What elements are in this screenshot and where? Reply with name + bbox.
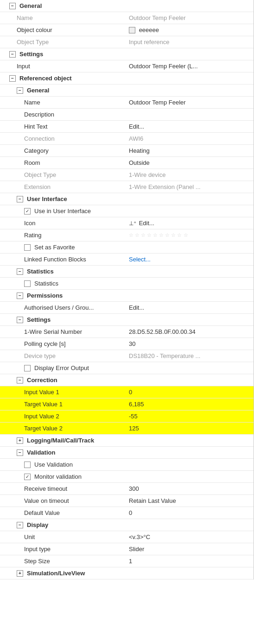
section-simulation-label: Simulation/LiveView	[27, 570, 85, 577]
permissions-auth-row: Authorised Users / Grou... Edit...	[0, 302, 254, 314]
expander-ref-general[interactable]: −	[17, 87, 23, 94]
section-general[interactable]: − General	[0, 0, 254, 12]
expander-correction[interactable]: −	[17, 377, 23, 384]
display-error-checkbox[interactable]	[24, 365, 31, 371]
validation-monitor-label: Monitor validation	[0, 473, 125, 480]
settings-input-value: Outdoor Temp Feeler (L...	[125, 63, 254, 70]
settings-polling-row: Polling cycle [s] 30	[0, 338, 254, 350]
ui-icon-value: ⊥⁺ Edit...	[125, 220, 254, 227]
ref-category-value: Heating	[125, 147, 254, 154]
ref-extension-row: Extension 1-Wire Extension (Panel ...	[0, 181, 254, 193]
expander-user-interface[interactable]: −	[17, 196, 23, 202]
expander-permissions[interactable]: −	[17, 293, 23, 299]
ref-room-label: Room	[0, 159, 125, 166]
section-permissions[interactable]: − Permissions	[0, 290, 254, 302]
section-referenced-object-label: Referenced object	[19, 75, 72, 82]
expander-settings-top[interactable]: −	[9, 51, 16, 58]
validation-default-label: Default Value	[0, 509, 125, 516]
validation-timeout-value-value: Retain Last Value	[125, 497, 254, 504]
section-settings-top[interactable]: − Settings	[0, 48, 254, 60]
expander-statistics[interactable]: −	[17, 268, 23, 275]
correction-input2-value: -55	[125, 413, 254, 420]
ref-room-value: Outside	[125, 159, 254, 166]
ui-linked-fb-label: Linked Function Blocks	[0, 256, 125, 263]
display-unit-row: Unit <v.3>°C	[0, 531, 254, 543]
general-name-value: Outdoor Temp Feeler	[125, 14, 254, 21]
use-in-ui-checkbox[interactable]	[24, 208, 31, 215]
statistics-label: Statistics	[0, 280, 125, 287]
favorite-checkbox[interactable]	[24, 244, 31, 251]
settings-serial-row: 1-Wire Serial Number 28.D5.52.5B.0F.00.0…	[0, 326, 254, 338]
section-validation[interactable]: − Validation	[0, 447, 254, 459]
section-logging[interactable]: + Logging/Mail/Call/Track	[0, 435, 254, 447]
validation-receive-timeout-row: Receive timeout 300	[0, 483, 254, 495]
validation-use-label: Use Validation	[0, 461, 125, 468]
section-referenced-object[interactable]: − Referenced object	[0, 72, 254, 85]
correction-input1-label: Input Value 1	[0, 389, 125, 396]
section-correction[interactable]: − Correction	[0, 374, 254, 386]
section-validation-label: Validation	[27, 449, 55, 456]
section-user-interface[interactable]: − User Interface	[0, 193, 254, 205]
display-step-size-label: Step Size	[0, 558, 125, 565]
display-input-type-value: Slider	[125, 546, 254, 553]
correction-target2-label: Target Value 2	[0, 425, 125, 432]
section-display[interactable]: − Display	[0, 519, 254, 531]
correction-target2-row: Target Value 2 125	[0, 423, 254, 435]
ui-rating-row: Rating ☆ ☆ ☆ ☆ ☆ ☆ ☆ ☆ ☆ ☆	[0, 229, 254, 241]
ref-object-type-row: Object Type 1-Wire device	[0, 169, 254, 181]
settings-display-error-row: Display Error Output	[0, 362, 254, 374]
ref-name-value: Outdoor Temp Feeler	[125, 99, 254, 106]
colour-box	[129, 27, 135, 33]
correction-target1-row: Target Value 1 6,185	[0, 398, 254, 410]
general-name-label: Name	[0, 14, 125, 21]
validation-use-row: Use Validation	[0, 459, 254, 471]
section-statistics[interactable]: − Statistics	[0, 266, 254, 278]
ui-favorite-label: Set as Favorite	[0, 244, 125, 251]
section-simulation[interactable]: + Simulation/LiveView	[0, 567, 254, 579]
correction-target1-value: 6,185	[125, 401, 254, 408]
section-statistics-label: Statistics	[27, 268, 54, 275]
section-general-label: General	[19, 2, 42, 9]
ref-description-row: Description	[0, 109, 254, 121]
settings-device-type-label: Device type	[0, 352, 125, 359]
section-ref-general[interactable]: − General	[0, 85, 254, 97]
expander-referenced-object[interactable]: −	[9, 75, 16, 82]
monitor-validation-checkbox[interactable]	[24, 474, 31, 480]
general-object-type-value: Input reference	[125, 39, 254, 46]
display-unit-label: Unit	[0, 533, 125, 540]
general-object-type-label: Object Type	[0, 39, 125, 46]
correction-input2-row: Input Value 2 -55	[0, 410, 254, 423]
ref-hint-label: Hint Text	[0, 123, 125, 130]
expander-validation[interactable]: −	[17, 449, 23, 456]
ui-linked-fb-value[interactable]: Select...	[125, 256, 254, 263]
use-validation-checkbox[interactable]	[24, 462, 31, 468]
correction-input1-row: Input Value 1 0	[0, 386, 254, 398]
property-grid: − General Name Outdoor Temp Feeler Objec…	[0, 0, 254, 579]
display-step-size-value: 1	[125, 558, 254, 565]
validation-timeout-value-row: Value on timeout Retain Last Value	[0, 495, 254, 507]
expander-display[interactable]: −	[17, 522, 23, 528]
section-display-label: Display	[27, 521, 48, 528]
settings-input-row: Input Outdoor Temp Feeler (L...	[0, 60, 254, 72]
section-ref-settings[interactable]: − Settings	[0, 314, 254, 326]
correction-input2-label: Input Value 2	[0, 413, 125, 420]
statistics-checkbox[interactable]	[24, 280, 31, 287]
section-ref-settings-label: Settings	[27, 316, 51, 323]
display-step-size-row: Step Size 1	[0, 555, 254, 567]
expander-general[interactable]: −	[9, 3, 16, 9]
icon-symbol: ⊥⁺	[129, 220, 136, 227]
ref-extension-value: 1-Wire Extension (Panel ...	[125, 183, 254, 190]
statistics-row: Statistics	[0, 278, 254, 290]
section-permissions-label: Permissions	[27, 292, 63, 299]
expander-ref-settings[interactable]: −	[17, 317, 23, 323]
section-logging-label: Logging/Mail/Call/Track	[27, 437, 94, 444]
settings-device-type-value: DS18B20 - Temperature ...	[125, 352, 254, 359]
expander-logging[interactable]: +	[17, 437, 23, 444]
expander-simulation[interactable]: +	[17, 570, 23, 577]
settings-input-label: Input	[0, 63, 125, 70]
ui-use-row: Use in User Interface	[0, 205, 254, 217]
ui-rating-stars[interactable]: ☆ ☆ ☆ ☆ ☆ ☆ ☆ ☆ ☆ ☆	[125, 232, 254, 238]
general-name-row: Name Outdoor Temp Feeler	[0, 12, 254, 24]
ui-favorite-row: Set as Favorite	[0, 241, 254, 254]
general-object-type-row: Object Type Input reference	[0, 36, 254, 48]
